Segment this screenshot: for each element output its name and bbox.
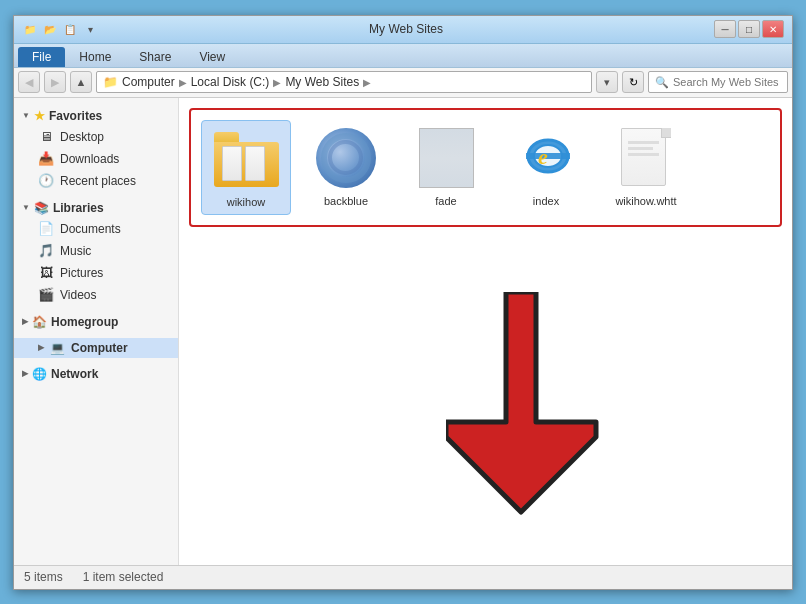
network-chevron: ▶ — [22, 369, 28, 378]
fade-label: fade — [435, 195, 456, 207]
tab-file[interactable]: File — [18, 47, 65, 67]
network-section: ▶ 🌐 Network — [14, 364, 178, 384]
tab-home[interactable]: Home — [65, 47, 125, 67]
libraries-chevron: ▼ — [22, 203, 30, 212]
file-area: wikihow backblue — [179, 98, 792, 565]
recent-places-icon: 🕐 — [38, 173, 54, 189]
sidebar-item-recent-label: Recent places — [60, 174, 136, 188]
dropdown-path-button[interactable]: ▾ — [596, 71, 618, 93]
up-button[interactable]: ▲ — [70, 71, 92, 93]
backblue-label: backblue — [324, 195, 368, 207]
wikihow-label: wikihow — [227, 196, 266, 208]
title-bar-controls: ─ □ ✕ — [714, 20, 784, 38]
sidebar: ▼ ★ Favorites 🖥 Desktop 📥 Downloads 🕐 Re… — [14, 98, 179, 565]
whtt-doc-icon — [611, 126, 681, 191]
computer-icon: 💻 — [50, 341, 65, 355]
sidebar-item-downloads[interactable]: 📥 Downloads — [14, 148, 178, 170]
sidebar-item-pictures[interactable]: 🖼 Pictures — [14, 262, 178, 284]
close-button[interactable]: ✕ — [762, 20, 784, 38]
path-sep-3: ▶ — [363, 77, 371, 88]
sidebar-item-videos[interactable]: 🎬 Videos — [14, 284, 178, 306]
status-selected: 1 item selected — [83, 570, 164, 584]
music-icon: 🎵 — [38, 243, 54, 259]
ribbon-tabs: File Home Share View — [14, 44, 792, 68]
path-sep-2: ▶ — [273, 77, 281, 88]
wikihow-folder-icon — [211, 127, 281, 192]
index-label: index — [533, 195, 559, 207]
computer-label: Computer — [71, 341, 128, 355]
downloads-icon: 📥 — [38, 151, 54, 167]
homegroup-chevron: ▶ — [22, 317, 28, 326]
title-bar-left: 📁 📂 📋 ▾ — [22, 21, 98, 37]
libraries-section: ▼ 📚 Libraries 📄 Documents 🎵 Music 🖼 Pict… — [14, 198, 178, 306]
window-title: My Web Sites — [98, 22, 714, 36]
sidebar-videos-label: Videos — [60, 288, 96, 302]
favorites-header[interactable]: ▼ ★ Favorites — [14, 106, 178, 126]
search-icon: 🔍 — [655, 76, 669, 89]
svg-text:e: e — [538, 144, 548, 169]
desktop-icon: 🖥 — [38, 129, 54, 145]
search-box[interactable]: 🔍 — [648, 71, 788, 93]
pictures-icon: 🖼 — [38, 265, 54, 281]
documents-icon: 📄 — [38, 221, 54, 237]
favorites-section: ▼ ★ Favorites 🖥 Desktop 📥 Downloads 🕐 Re… — [14, 106, 178, 192]
arrow-annotation — [446, 292, 666, 535]
path-part-folder[interactable]: My Web Sites — [285, 75, 359, 89]
whtt-label: wikihow.whtt — [615, 195, 676, 207]
maximize-button[interactable]: □ — [738, 20, 760, 38]
path-part-drive[interactable]: Local Disk (C:) — [191, 75, 270, 89]
tab-share[interactable]: Share — [125, 47, 185, 67]
network-header[interactable]: ▶ 🌐 Network — [14, 364, 178, 384]
favorites-label: Favorites — [49, 109, 102, 123]
homegroup-section: ▶ 🏠 Homegroup — [14, 312, 178, 332]
search-input[interactable] — [673, 76, 781, 88]
sidebar-item-music[interactable]: 🎵 Music — [14, 240, 178, 262]
sidebar-item-recent-places[interactable]: 🕐 Recent places — [14, 170, 178, 192]
videos-icon: 🎬 — [38, 287, 54, 303]
svg-marker-6 — [446, 292, 596, 512]
status-items: 5 items — [24, 570, 63, 584]
quick-folder-icon[interactable]: 📂 — [42, 21, 58, 37]
sidebar-item-documents[interactable]: 📄 Documents — [14, 218, 178, 240]
address-path[interactable]: 📁 Computer ▶ Local Disk (C:) ▶ My Web Si… — [96, 71, 592, 93]
status-bar: 5 items 1 item selected — [14, 565, 792, 589]
homegroup-header[interactable]: ▶ 🏠 Homegroup — [14, 312, 178, 332]
computer-header[interactable]: ▶ 💻 Computer — [14, 338, 178, 358]
sidebar-pictures-label: Pictures — [60, 266, 103, 280]
title-bar: 📁 📂 📋 ▾ My Web Sites ─ □ ✕ — [14, 16, 792, 44]
file-explorer-window: 📁 📂 📋 ▾ My Web Sites ─ □ ✕ File Home Sha… — [13, 15, 793, 590]
file-item-wikihow[interactable]: wikihow — [201, 120, 291, 215]
path-part-computer[interactable]: Computer — [122, 75, 175, 89]
libraries-header[interactable]: ▼ 📚 Libraries — [14, 198, 178, 218]
address-bar: ◀ ▶ ▲ 📁 Computer ▶ Local Disk (C:) ▶ My … — [14, 68, 792, 98]
computer-section: ▶ 💻 Computer — [14, 338, 178, 358]
forward-button[interactable]: ▶ — [44, 71, 66, 93]
path-folder-icon: 📁 — [103, 75, 118, 89]
file-item-backblue[interactable]: backblue — [301, 120, 391, 213]
sidebar-documents-label: Documents — [60, 222, 121, 236]
quick-save-icon[interactable]: 📁 — [22, 21, 38, 37]
sidebar-music-label: Music — [60, 244, 91, 258]
file-item-wikihow-whtt[interactable]: wikihow.whtt — [601, 120, 691, 213]
index-ie-icon: e — [511, 126, 581, 191]
quick-new-icon[interactable]: 📋 — [62, 21, 78, 37]
file-item-fade[interactable]: fade — [401, 120, 491, 213]
quick-dropdown-icon[interactable]: ▾ — [82, 21, 98, 37]
minimize-button[interactable]: ─ — [714, 20, 736, 38]
libraries-icon: 📚 — [34, 201, 49, 215]
homegroup-icon: 🏠 — [32, 315, 47, 329]
backblue-icon-container — [311, 126, 381, 191]
sidebar-item-desktop[interactable]: 🖥 Desktop — [14, 126, 178, 148]
main-area: ▼ ★ Favorites 🖥 Desktop 📥 Downloads 🕐 Re… — [14, 98, 792, 565]
favorites-chevron: ▼ — [22, 111, 30, 120]
file-grid: wikihow backblue — [189, 108, 782, 227]
back-button[interactable]: ◀ — [18, 71, 40, 93]
path-sep-1: ▶ — [179, 77, 187, 88]
tab-view[interactable]: View — [185, 47, 239, 67]
refresh-button[interactable]: ↻ — [622, 71, 644, 93]
file-item-index[interactable]: e index — [501, 120, 591, 213]
svg-rect-3 — [526, 153, 570, 159]
computer-chevron: ▶ — [38, 343, 44, 352]
libraries-label: Libraries — [53, 201, 104, 215]
homegroup-label: Homegroup — [51, 315, 118, 329]
